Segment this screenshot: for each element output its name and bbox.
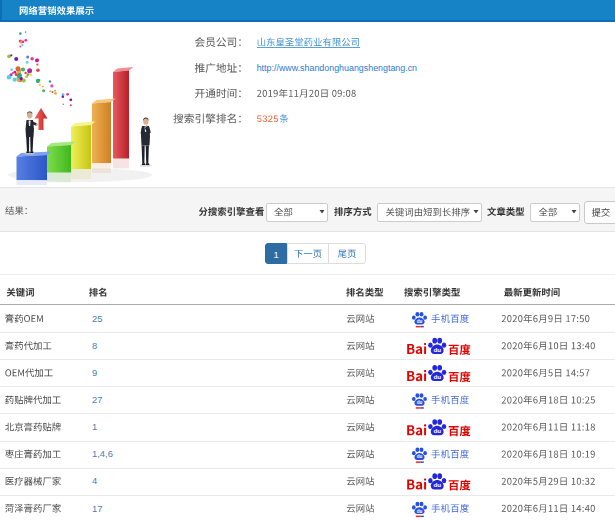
- svg-text:du: du: [433, 481, 441, 488]
- svg-text:du: du: [433, 373, 441, 380]
- svg-text:du: du: [433, 427, 441, 434]
- svg-text:du: du: [417, 319, 423, 324]
- svg-text:du: du: [417, 454, 423, 459]
- svg-text:du: du: [433, 346, 441, 353]
- svg-text:du: du: [417, 400, 423, 405]
- svg-text:du: du: [417, 509, 423, 514]
